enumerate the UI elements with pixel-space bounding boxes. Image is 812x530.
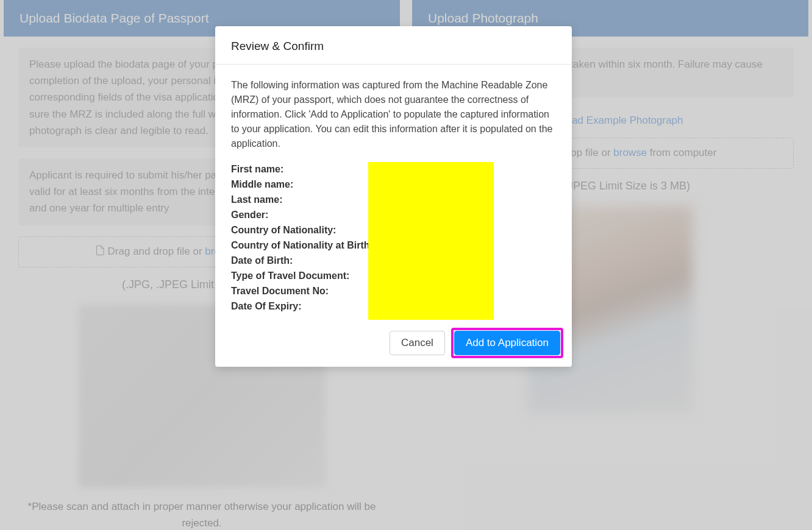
add-button-highlight: Add to Application bbox=[451, 328, 563, 358]
cancel-button[interactable]: Cancel bbox=[390, 331, 445, 355]
mrz-row: First name: Middle name: Last name: Gend… bbox=[231, 162, 556, 314]
modal-footer: Cancel Add to Application bbox=[215, 325, 572, 367]
modal-header: Review & Confirm bbox=[215, 26, 572, 65]
review-confirm-modal: Review & Confirm The following informati… bbox=[215, 26, 572, 367]
modal-body: The following information was captured f… bbox=[215, 65, 572, 325]
redaction-block bbox=[368, 162, 494, 320]
add-to-application-button[interactable]: Add to Application bbox=[454, 331, 560, 355]
modal-description: The following information was captured f… bbox=[231, 78, 556, 151]
modal-title: Review & Confirm bbox=[231, 40, 324, 52]
